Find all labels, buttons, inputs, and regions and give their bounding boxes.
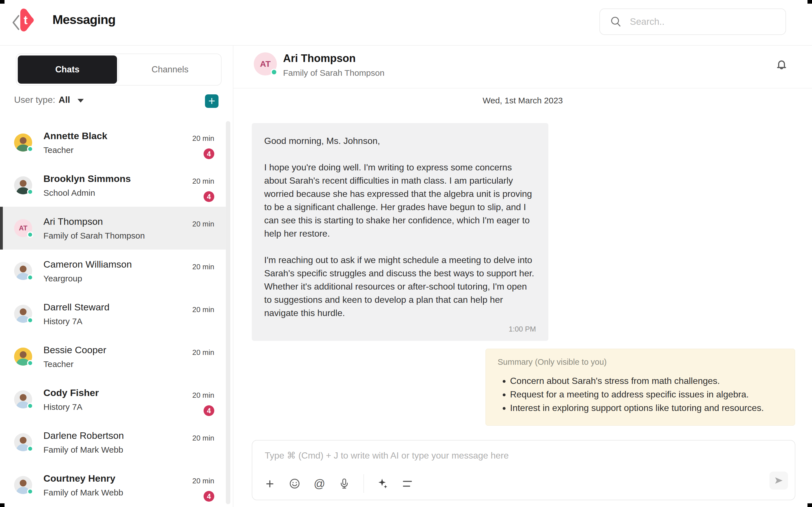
online-status-dot (27, 146, 33, 152)
chat-right-column: 20 min 4 (192, 476, 214, 502)
unread-count-badge: 4 (204, 191, 214, 202)
chat-list-item[interactable]: Bessie Cooper Teacher 20 min (0, 335, 227, 378)
online-status-dot (27, 231, 33, 238)
unread-count-badge: 4 (204, 149, 214, 159)
chat-meta: Cameron Williamson Yeargroup (43, 259, 192, 283)
summary-title: Summary (Only visible to you) (498, 357, 783, 367)
conversation-contact-subtitle: Family of Sarah Thompson (283, 68, 385, 78)
screen-corner-artifact (0, 0, 4, 4)
new-chat-button[interactable]: + (205, 94, 218, 108)
online-status-dot (27, 189, 33, 195)
online-status-dot (271, 69, 277, 75)
mention-button[interactable]: @ (313, 477, 326, 490)
chat-right-column: 20 min 4 (192, 134, 214, 159)
message-body: Good morning, Ms. Johnson,I hope you're … (264, 134, 536, 320)
summary-bullet: Interest in exploring support options li… (510, 401, 783, 414)
notifications-button[interactable] (773, 56, 790, 73)
voice-button[interactable] (338, 477, 350, 490)
conversation-contact-name: Ari Thompson (283, 52, 356, 64)
chat-right-column: 20 min (192, 305, 214, 314)
chat-contact-name: Courtney Henry (43, 473, 192, 484)
user-type-filter[interactable]: User type: All (14, 95, 84, 105)
avatar: AT (14, 219, 32, 237)
online-status-dot (27, 317, 33, 323)
chat-contact-name: Bessie Cooper (43, 344, 192, 355)
composer-toolbar: + @ (264, 474, 414, 493)
chat-right-column: 20 min (192, 220, 214, 228)
chevron-down-icon (78, 99, 84, 103)
chat-contact-name: Ari Thompson (43, 216, 192, 227)
chat-contact-name: Annette Black (43, 130, 192, 142)
search-input[interactable] (629, 16, 777, 27)
snippets-button[interactable] (401, 477, 414, 490)
tab-chats[interactable]: Chats (18, 55, 117, 83)
avatar (14, 433, 32, 451)
chat-last-activity: 20 min (192, 391, 214, 400)
avatar (14, 176, 32, 194)
chat-meta: Annette Black Teacher (43, 130, 192, 155)
chat-meta: Darrell Steward History 7A (43, 302, 192, 326)
conversation-header-divider (234, 88, 812, 89)
screen-corner-artifact (808, 0, 812, 4)
filter-label: User type: (14, 95, 55, 105)
chat-list-item[interactable]: Brooklyn Simmons School Admin 20 min 4 (0, 164, 227, 207)
chat-list-item[interactable]: Annette Black Teacher 20 min 4 (0, 121, 227, 164)
chat-last-activity: 20 min (192, 220, 214, 228)
online-status-dot (27, 274, 33, 281)
avatar (14, 476, 32, 494)
chat-meta: Bessie Cooper Teacher (43, 344, 192, 369)
unread-count-badge: 4 (204, 491, 214, 502)
sidebar-tabs: Chats Channels (16, 54, 221, 86)
chat-contact-role: School Admin (43, 188, 192, 198)
chat-list: Annette Black Teacher 20 min 4 Brooklyn … (0, 121, 227, 506)
chat-contact-role: Yeargroup (43, 274, 192, 283)
online-status-dot (27, 489, 33, 495)
toolbar-separator (363, 474, 364, 493)
app-logo-icon: t (17, 8, 35, 32)
svg-text:t: t (24, 13, 28, 27)
unread-count-badge: 4 (204, 405, 214, 416)
chat-list-item[interactable]: Courtney Henry Family of Mark Webb 20 mi… (0, 464, 227, 506)
chat-contact-name: Darrell Steward (43, 302, 192, 313)
messaging-app: t Messaging Chats Channels User type: Al… (0, 0, 812, 507)
emoji-icon (289, 478, 301, 490)
ai-write-button[interactable] (376, 477, 389, 490)
page-title: Messaging (52, 12, 116, 27)
send-icon (774, 475, 784, 486)
chat-list-item[interactable]: Cameron Williamson Yeargroup 20 min (0, 249, 227, 292)
chat-last-activity: 20 min (192, 263, 214, 271)
bell-icon (774, 57, 789, 72)
conversation-avatar: AT (254, 52, 277, 75)
chat-list-item[interactable]: Cody Fisher History 7A 20 min 4 (0, 378, 227, 421)
message-paragraph: Good morning, Ms. Johnson, (264, 134, 536, 148)
avatar (14, 262, 32, 280)
tab-channels[interactable]: Channels (119, 54, 221, 85)
chat-contact-name: Brooklyn Simmons (43, 173, 192, 184)
screen-corner-artifact (0, 503, 4, 507)
summary-bullet: Concern about Sarah's stress from math c… (510, 374, 783, 388)
chat-list-item[interactable]: Darrell Steward History 7A 20 min (0, 292, 227, 335)
message-bubble: Good morning, Ms. Johnson,I hope you're … (252, 123, 548, 341)
chat-meta: Brooklyn Simmons School Admin (43, 173, 192, 198)
chat-list-item[interactable]: Darlene Robertson Family of Mark Webb 20… (0, 421, 227, 464)
online-status-dot (27, 403, 33, 409)
send-button[interactable] (769, 471, 788, 490)
message-input[interactable] (264, 450, 716, 461)
attach-button[interactable]: + (264, 477, 276, 490)
summary-list: Concern about Sarah's stress from math c… (498, 374, 783, 414)
search-icon (610, 16, 622, 27)
avatar (14, 390, 32, 408)
chat-list-item[interactable]: AT Ari Thompson Family of Sarah Thompson… (0, 207, 227, 249)
chat-last-activity: 20 min (192, 476, 214, 485)
ai-sparkle-icon (376, 477, 389, 490)
chat-list-scrollbar[interactable] (226, 121, 231, 504)
chat-right-column: 20 min 4 (192, 177, 214, 202)
message-composer: + @ (252, 440, 795, 500)
chat-contact-role: History 7A (43, 317, 192, 326)
chat-right-column: 20 min (192, 263, 214, 271)
emoji-button[interactable] (289, 477, 301, 490)
avatar (14, 305, 32, 323)
avatar (14, 133, 32, 152)
online-status-dot (27, 446, 33, 452)
message-paragraph: I hope you're doing well. I'm writing to… (264, 161, 536, 240)
